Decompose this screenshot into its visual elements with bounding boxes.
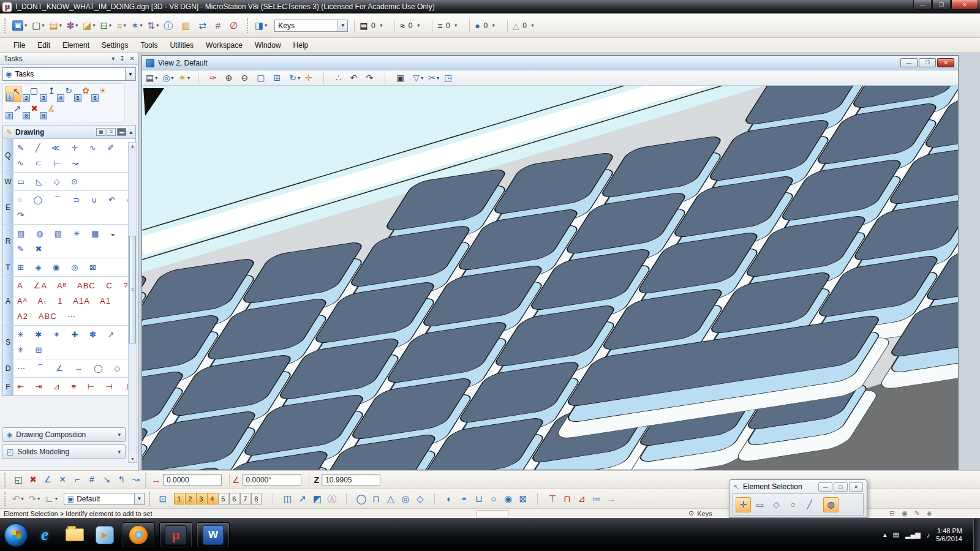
active-transparency-control[interactable]: △ 0 ▾ <box>501 20 540 32</box>
adjust-brightness-button[interactable]: ☀ ▾ <box>177 71 194 85</box>
axis-lock-button[interactable]: ↝ <box>129 471 143 489</box>
dropdown-arrow-icon[interactable]: ▾ <box>380 23 385 28</box>
view-toggle-button[interactable]: 1 <box>174 493 184 504</box>
view-toggle-button[interactable]: 5 <box>218 493 228 504</box>
place-cone-button[interactable]: △ <box>383 490 398 508</box>
display-style-main-button[interactable]: ◨ ▾ <box>254 17 271 34</box>
tasks-dropdown-icon[interactable]: ▾ <box>111 55 115 62</box>
tasks-panel-header[interactable]: Tasks ▾ ↧ ✕ <box>0 53 138 65</box>
task-modify[interactable]: ↗ 7 <box>6 103 21 120</box>
tool-group-icons[interactable]: ▨ ◍ ▧ ✳ ▩ ◒ ✎ ✖ <box>13 225 135 258</box>
scrollbar-thumb[interactable]: ≡ <box>129 236 136 343</box>
maximize-button[interactable]: ❐ <box>932 0 951 10</box>
view-minimize-button[interactable]: — <box>900 58 918 67</box>
solids-toolbar-button[interactable] <box>339 490 354 508</box>
minimize-button[interactable]: — <box>913 0 932 10</box>
menu-item[interactable]: File <box>7 39 31 51</box>
line-mode-button[interactable]: ╱ <box>802 497 817 512</box>
task-element-selection[interactable]: ↖ 1 <box>6 86 21 102</box>
models-button[interactable]: ▤ ▾ <box>48 17 65 34</box>
delete-element-button[interactable]: ✖ <box>26 471 40 489</box>
tool-group-letter-tab[interactable]: A <box>3 277 13 325</box>
dimension-element-button[interactable]: ⊓ <box>560 490 575 508</box>
view-group-button[interactable]: ▣ ▾ <box>11 17 31 34</box>
view-toggle-button[interactable]: 7 <box>240 493 251 504</box>
menu-item[interactable]: Settings <box>96 39 134 51</box>
toolbar-grip[interactable] <box>4 473 8 487</box>
taskbar-explorer[interactable] <box>62 522 88 548</box>
viewport-canvas[interactable] <box>142 86 958 470</box>
undo-button[interactable]: ↶ ▾ <box>11 490 28 508</box>
view-previous-button[interactable]: ↶ <box>349 71 365 85</box>
dropdown-arrow-icon[interactable]: ▾ <box>454 23 459 28</box>
element-selection-tools-button[interactable]: ⇅ ▾ <box>146 17 163 34</box>
tasks-scrollbar[interactable]: ▲ ≡ ▼ <box>128 142 137 463</box>
markups-button[interactable]: ⇄ <box>197 17 214 34</box>
raster-manager-button[interactable]: ◪ ▾ <box>81 17 99 34</box>
menu-item[interactable]: Edit <box>31 39 56 51</box>
accudraw-settings-button[interactable]: ◱ <box>11 471 26 489</box>
active-line-style-control[interactable]: ≈ 0 ▾ <box>388 20 426 32</box>
place-wedge-button[interactable]: ◇ <box>413 490 428 508</box>
taskbar-word[interactable]: W <box>197 522 230 548</box>
active-color-control[interactable]: ▤ 0 ▾ <box>348 20 388 32</box>
pan-view-button[interactable]: ✛ <box>304 71 320 85</box>
shape-mode-button[interactable]: ◇ <box>769 497 784 512</box>
tool-group-letter-tab[interactable]: D <box>3 359 13 377</box>
active-level-combo[interactable]: Keys ▼ <box>274 20 348 32</box>
task-modify-attributes[interactable]: ☀ 6 <box>91 86 107 102</box>
icon-view-button[interactable]: ▦ <box>96 128 105 136</box>
task-fence[interactable]: ▢ 2 <box>23 86 39 102</box>
chamfer-edges-button[interactable]: ⊠ <box>516 490 530 508</box>
panel-view-button[interactable]: ▬ <box>117 128 126 136</box>
delete-solid-button[interactable]: ◩ <box>310 490 325 508</box>
scroll-down-icon[interactable]: ▼ <box>129 455 137 462</box>
dropdown-arrow-icon[interactable]: ▾ <box>417 23 422 28</box>
toolbar-grip[interactable] <box>247 18 251 33</box>
toolbar-grip[interactable] <box>4 492 8 506</box>
place-cylinder-button[interactable]: ⊓ <box>369 490 383 508</box>
tool-group-icons[interactable]: ✳ ✱ ✶ ✚ ✽ ↗ ✳ ⊞ <box>13 326 135 359</box>
view-toolbar-button[interactable] <box>380 71 395 85</box>
title-bar[interactable]: µ I_DONT_KNOW_WHAT_IM_DOING.dgn [3D - V8… <box>0 0 980 13</box>
point-clouds-button[interactable]: ⊟ ▾ <box>99 17 115 34</box>
list-view-button[interactable]: ≡ <box>107 128 116 136</box>
combo-dropdown-icon[interactable]: ▼ <box>337 20 347 31</box>
tool-group-icons[interactable]: ⇤ ⇥ ⊿ ≡ ⊢ ⊣ ⊥ <box>13 378 135 395</box>
active-snap-button[interactable]: ∟ ▾ <box>43 490 61 508</box>
active-class-control[interactable]: ● 0 ▾ <box>463 20 500 32</box>
drawing-boundary-button[interactable]: ⊤ <box>545 490 560 508</box>
element-selection-titlebar[interactable]: ↖ Element Selection — ▢ ✕ <box>729 480 867 493</box>
chevron-down-icon[interactable]: ▾ <box>118 432 121 438</box>
more-tools-arrow[interactable]: → <box>604 490 619 508</box>
level-filter-button[interactable]: ✶ ▾ <box>130 17 146 34</box>
rotate-view-button[interactable]: ↻ ▾ <box>288 71 304 85</box>
task-rotate[interactable]: ↻ 4 <box>57 86 73 102</box>
toolbar-grip[interactable] <box>4 18 8 33</box>
taskbar-microstation[interactable]: µ <box>159 522 192 548</box>
extrude-button[interactable]: ↗ <box>295 490 310 508</box>
angle-input[interactable]: 0.0000° <box>243 474 301 485</box>
tool-group-icons[interactable]: ✎ ╱ ≪ ✛ ∿ ✐ ∿ ⊂ ⊢ ↝ <box>13 139 135 172</box>
task-delete[interactable]: ✖ 8 <box>23 103 39 120</box>
fence-type-button[interactable]: ⊡ <box>156 490 170 508</box>
menu-item[interactable]: Tools <box>134 39 164 51</box>
status-edit-icon[interactable]: ✎ <box>914 509 920 517</box>
menu-item[interactable]: Help <box>287 39 315 51</box>
menu-item[interactable]: Element <box>56 39 96 51</box>
menu-item[interactable]: Window <box>249 39 287 51</box>
tool-group-letter-tab[interactable]: R <box>3 225 13 258</box>
tool-group-icons[interactable]: A ∠A Aᴮ ABC C ? Aᴬ A₁ 1 A1A A1 A2 ABC ⋯ <box>13 277 135 325</box>
tool-group-letter-tab[interactable]: W <box>3 173 13 190</box>
tool-group-letter-tab[interactable]: E <box>3 191 13 224</box>
view-toggle-button[interactable]: 6 <box>229 493 239 504</box>
update-view-button[interactable]: ✑ <box>208 71 224 85</box>
display-style-button[interactable]: ◎ ▾ <box>161 71 177 85</box>
view-toggle-button[interactable]: 4 <box>207 493 217 504</box>
solids-toolbar-button[interactable] <box>428 490 442 508</box>
taskbar-firefox[interactable] <box>122 522 155 548</box>
no-access-button[interactable]: ∅ <box>228 17 245 34</box>
walk-button[interactable]: ∴ <box>334 71 349 85</box>
snap-angle-button[interactable]: ∠ <box>40 471 55 489</box>
view-toggle-button[interactable]: 3 <box>196 493 206 504</box>
